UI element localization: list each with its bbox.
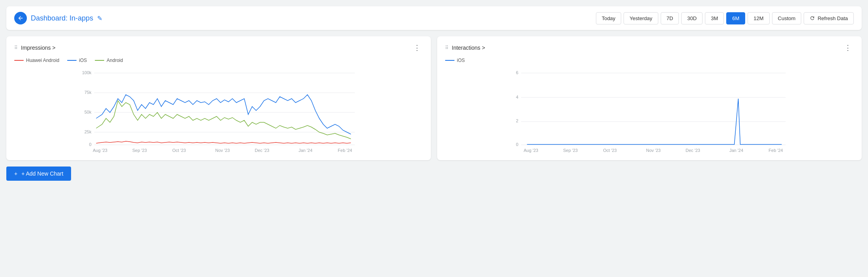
legend-ios-line [67, 60, 77, 61]
interactions-title[interactable]: Interactions > [452, 45, 485, 51]
svg-text:Dec '23: Dec '23 [686, 148, 700, 153]
svg-text:Feb '24: Feb '24 [768, 148, 783, 153]
svg-text:Sep '23: Sep '23 [132, 148, 147, 153]
legend-android-label: Android [107, 58, 123, 63]
add-chart-label: + Add New Chart [21, 170, 63, 177]
svg-text:Jan '24: Jan '24 [729, 148, 743, 153]
dashboard-link[interactable]: In-apps [70, 14, 93, 22]
time-btn-7d[interactable]: 7D [661, 12, 679, 24]
interactions-more-icon[interactable]: ⋮ [842, 43, 854, 53]
svg-text:Oct '23: Oct '23 [172, 148, 186, 153]
legend-ios-label: iOS [79, 58, 87, 63]
time-btn-custom[interactable]: Custom [772, 12, 802, 24]
svg-text:Nov '23: Nov '23 [215, 148, 230, 153]
legend-huawei-line [14, 60, 24, 61]
svg-text:25k: 25k [85, 129, 92, 134]
svg-text:2: 2 [516, 118, 518, 123]
refresh-button[interactable]: Refresh Data [804, 12, 854, 24]
interactions-chart-area: 6 4 2 0 Aug '23 Sep '23 Oct '23 Nov '23 … [445, 67, 854, 154]
svg-text:Feb '24: Feb '24 [338, 148, 352, 153]
time-btn-3m[interactable]: 3M [705, 12, 724, 24]
svg-text:Jan '24: Jan '24 [299, 148, 312, 153]
impressions-svg: 100k 75k 50k 25k 0 Aug '23 Sep '23 Oct '… [14, 67, 423, 154]
header-left: Dashboard: In-apps ✎ [14, 12, 102, 24]
svg-text:6: 6 [516, 70, 518, 75]
svg-text:Sep '23: Sep '23 [563, 148, 578, 153]
impressions-chart-card: ⠿ Impressions > ⋮ Huawei Android iOS And… [6, 36, 431, 160]
impressions-chart-header: ⠿ Impressions > ⋮ [14, 43, 423, 53]
refresh-label: Refresh Data [817, 15, 848, 21]
time-btn-yesterday[interactable]: Yesterday [624, 12, 658, 24]
back-button[interactable] [14, 12, 27, 24]
impressions-title-area: ⠿ Impressions > [14, 45, 56, 51]
svg-text:Dec '23: Dec '23 [255, 148, 269, 153]
impressions-ios-line [96, 95, 351, 134]
svg-text:4: 4 [516, 95, 518, 99]
interactions-legend: iOS [445, 58, 854, 63]
impressions-drag-icon[interactable]: ⠿ [14, 45, 18, 51]
time-btn-6m[interactable]: 6M [726, 12, 745, 24]
add-chart-button[interactable]: + + Add New Chart [6, 167, 71, 181]
svg-text:Aug '23: Aug '23 [93, 148, 107, 153]
impressions-more-icon[interactable]: ⋮ [411, 43, 423, 53]
legend-interactions-ios-label: iOS [457, 58, 465, 63]
svg-text:75k: 75k [85, 90, 92, 95]
interactions-drag-icon[interactable]: ⠿ [445, 45, 449, 51]
impressions-title[interactable]: Impressions > [21, 45, 56, 51]
legend-android: Android [95, 58, 123, 63]
svg-text:100k: 100k [82, 70, 92, 75]
legend-ios: iOS [67, 58, 87, 63]
legend-interactions-ios-line [445, 60, 455, 61]
impressions-chart-area: 100k 75k 50k 25k 0 Aug '23 Sep '23 Oct '… [14, 67, 423, 154]
time-filter-group: Today Yesterday 7D 30D 3M 6M 12M Custom … [596, 12, 854, 24]
interactions-svg: 6 4 2 0 Aug '23 Sep '23 Oct '23 Nov '23 … [445, 67, 854, 154]
legend-huawei: Huawei Android [14, 58, 59, 63]
legend-huawei-label: Huawei Android [26, 58, 59, 63]
svg-text:Nov '23: Nov '23 [646, 148, 661, 153]
legend-interactions-ios: iOS [445, 58, 465, 63]
edit-icon[interactable]: ✎ [97, 15, 102, 22]
impressions-android-line [96, 101, 351, 139]
interactions-chart-header: ⠿ Interactions > ⋮ [445, 43, 854, 53]
interactions-title-area: ⠿ Interactions > [445, 45, 485, 51]
svg-text:Oct '23: Oct '23 [603, 148, 617, 153]
time-btn-today[interactable]: Today [596, 12, 622, 24]
svg-text:0: 0 [516, 142, 518, 147]
time-btn-12m[interactable]: 12M [748, 12, 769, 24]
time-btn-30d[interactable]: 30D [681, 12, 703, 24]
add-chart-icon: + [14, 170, 17, 177]
svg-text:50k: 50k [85, 110, 92, 114]
charts-row: ⠿ Impressions > ⋮ Huawei Android iOS And… [6, 36, 862, 160]
interactions-chart-card: ⠿ Interactions > ⋮ iOS 6 4 2 0 [437, 36, 862, 160]
svg-text:Aug '23: Aug '23 [524, 148, 538, 153]
page-header: Dashboard: In-apps ✎ Today Yesterday 7D … [6, 6, 862, 30]
impressions-legend: Huawei Android iOS Android [14, 58, 423, 63]
svg-text:0: 0 [89, 142, 91, 147]
legend-android-line [95, 60, 104, 61]
dashboard-title: Dashboard: In-apps [31, 14, 93, 22]
impressions-huawei-line [96, 141, 351, 143]
